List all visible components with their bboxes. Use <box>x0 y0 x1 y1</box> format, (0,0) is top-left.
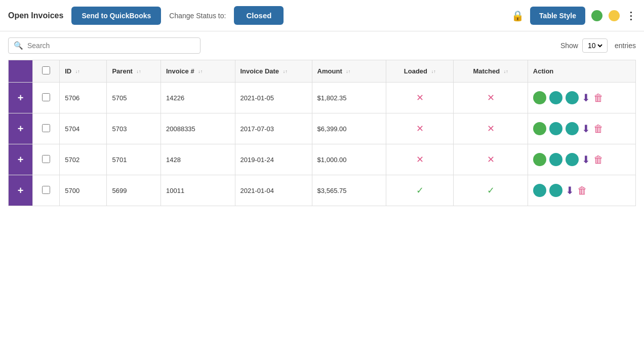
page-title: Open Invoices <box>8 11 63 20</box>
action-dot-teal-1[interactable] <box>533 184 546 197</box>
expand-cell[interactable]: + <box>9 144 33 175</box>
entries-select-wrapper: 10 25 50 <box>582 38 608 53</box>
change-status-label: Change Status to: <box>169 12 226 20</box>
green-dot[interactable] <box>591 10 602 21</box>
row-checkbox[interactable] <box>42 93 50 101</box>
action-delete-icon[interactable]: 🗑 <box>577 185 587 197</box>
loaded-cross-icon: ✕ <box>416 154 424 165</box>
entries-select[interactable]: 10 25 50 <box>586 41 604 50</box>
header: Open Invoices Send to QuickBooks Change … <box>0 0 644 31</box>
row-checkbox-cell <box>32 175 59 206</box>
action-dot-teal-1[interactable] <box>549 153 562 166</box>
th-amount: Amount ↓↑ <box>312 60 386 83</box>
row-checkbox-cell <box>32 144 59 175</box>
amount-sort-icon[interactable]: ↓↑ <box>346 69 350 74</box>
action-dot-teal-2[interactable] <box>549 184 562 197</box>
closed-button[interactable]: Closed <box>234 6 284 25</box>
action-dot-teal-2[interactable] <box>566 122 579 135</box>
id-sort-icon[interactable]: ↓↑ <box>75 69 80 74</box>
yellow-dot[interactable] <box>609 10 620 21</box>
cell-id: 5702 <box>60 144 107 175</box>
table-style-button[interactable]: Table Style <box>530 7 585 25</box>
row-checkbox-cell <box>32 83 59 113</box>
loaded-sort-icon[interactable]: ↓↑ <box>431 69 436 74</box>
show-label: Show <box>560 42 578 50</box>
search-wrapper: 🔍 <box>8 37 200 54</box>
cell-invoice-date: 2019-01-24 <box>235 144 312 175</box>
loaded-cross-icon: ✕ <box>416 93 424 103</box>
parent-sort-icon[interactable]: ↓↑ <box>137 69 141 74</box>
expand-cell[interactable]: + <box>9 113 33 144</box>
th-invoice-date: Invoice Date ↓↑ <box>235 60 312 83</box>
action-dot-teal-2[interactable] <box>566 91 579 104</box>
th-invoice-num: Invoice # ↓↑ <box>160 60 235 83</box>
expand-cell[interactable]: + <box>9 175 33 206</box>
row-checkbox[interactable] <box>42 155 50 163</box>
cell-invoice-num: 20088335 <box>160 113 235 144</box>
matched-cross-icon: ✕ <box>487 124 495 134</box>
cell-matched: ✕ <box>454 113 528 144</box>
entries-label: entries <box>615 42 636 50</box>
action-delete-icon[interactable]: 🗑 <box>593 123 603 135</box>
row-checkbox-cell <box>32 113 59 144</box>
table-header-row: ID ↓↑ Parent ↓↑ Invoice # ↓↑ Invoice Dat… <box>9 60 636 83</box>
expand-button[interactable]: + <box>9 175 32 206</box>
cell-id: 5700 <box>60 175 107 206</box>
action-dot-green[interactable] <box>533 153 546 166</box>
action-dot-teal-1[interactable] <box>549 91 562 104</box>
expand-button[interactable]: + <box>9 113 32 144</box>
cell-invoice-num: 14226 <box>160 83 235 113</box>
cell-matched: ✓ <box>454 175 528 206</box>
send-to-quickbooks-button[interactable]: Send to QuickBooks <box>71 7 161 25</box>
cell-loaded: ✕ <box>386 83 454 113</box>
expand-button[interactable]: + <box>9 144 32 175</box>
cell-loaded: ✕ <box>386 144 454 175</box>
cell-id: 5706 <box>60 83 107 113</box>
th-parent: Parent ↓↑ <box>107 60 161 83</box>
action-icons: ⬇ 🗑 <box>533 122 630 135</box>
select-all-checkbox[interactable] <box>42 66 50 74</box>
invoice-num-sort-icon[interactable]: ↓↑ <box>198 69 203 74</box>
cell-amount: $3,565.75 <box>312 175 386 206</box>
search-input[interactable] <box>27 42 195 50</box>
expand-cell[interactable]: + <box>9 83 33 113</box>
cell-parent: 5699 <box>107 175 161 206</box>
cell-parent: 5705 <box>107 83 161 113</box>
row-checkbox[interactable] <box>42 186 50 194</box>
cell-invoice-date: 2017-07-03 <box>235 113 312 144</box>
cell-action: ⬇ 🗑 <box>528 175 635 206</box>
action-dot-green[interactable] <box>533 91 546 104</box>
cell-invoice-date: 2021-01-04 <box>235 175 312 206</box>
toolbar: 🔍 Show 10 25 50 entries <box>0 31 644 60</box>
cell-invoice-num: 10011 <box>160 175 235 206</box>
loaded-check-icon: ✓ <box>416 185 424 195</box>
action-download-icon[interactable]: ⬇ <box>566 184 574 197</box>
cell-loaded: ✕ <box>386 113 454 144</box>
action-delete-icon[interactable]: 🗑 <box>593 154 603 166</box>
cell-id: 5704 <box>60 113 107 144</box>
cell-matched: ✕ <box>454 144 528 175</box>
action-download-icon[interactable]: ⬇ <box>582 153 590 166</box>
action-dot-green[interactable] <box>533 122 546 135</box>
action-dot-teal-2[interactable] <box>566 153 579 166</box>
th-checkbox <box>32 60 59 83</box>
th-id: ID ↓↑ <box>60 60 107 83</box>
expand-button[interactable]: + <box>9 83 32 113</box>
cell-matched: ✕ <box>454 83 528 113</box>
lock-icon[interactable]: 🔒 <box>511 10 524 22</box>
more-options-icon[interactable]: ⋮ <box>626 10 636 22</box>
cell-loaded: ✓ <box>386 175 454 206</box>
action-dot-teal-1[interactable] <box>549 122 562 135</box>
th-loaded: Loaded ↓↑ <box>386 60 454 83</box>
th-expand <box>9 60 33 83</box>
action-delete-icon[interactable]: 🗑 <box>593 92 603 104</box>
action-download-icon[interactable]: ⬇ <box>582 123 590 135</box>
row-checkbox[interactable] <box>42 124 50 132</box>
header-right: 🔒 Table Style ⋮ <box>511 7 636 25</box>
action-download-icon[interactable]: ⬇ <box>582 92 590 104</box>
matched-sort-icon[interactable]: ↓↑ <box>504 69 508 74</box>
table-row: +57045703200883352017-07-03$6,399.00✕✕ ⬇… <box>9 113 636 144</box>
invoice-date-sort-icon[interactable]: ↓↑ <box>283 69 288 74</box>
cell-invoice-num: 1428 <box>160 144 235 175</box>
cell-action: ⬇ 🗑 <box>528 83 635 113</box>
